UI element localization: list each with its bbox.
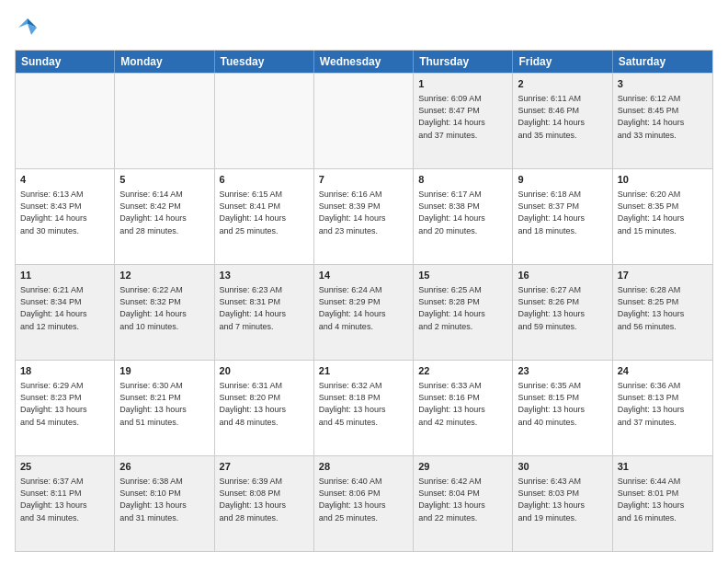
- cell-info: Sunrise: 6:09 AM Sunset: 8:47 PM Dayligh…: [418, 93, 507, 141]
- day-number: 23: [518, 364, 607, 378]
- cell-info: Sunrise: 6:39 AM Sunset: 8:08 PM Dayligh…: [220, 476, 309, 523]
- calendar-cell: 16Sunrise: 6:27 AM Sunset: 8:26 PM Dayli…: [513, 265, 612, 360]
- day-number: 21: [319, 364, 408, 378]
- cell-info: Sunrise: 6:43 AM Sunset: 8:03 PM Dayligh…: [518, 476, 607, 523]
- cell-info: Sunrise: 6:28 AM Sunset: 8:25 PM Dayligh…: [618, 284, 708, 332]
- calendar-cell: [115, 74, 214, 168]
- calendar-cell: [215, 74, 314, 168]
- calendar-header: SundayMondayTuesdayWednesdayThursdayFrid…: [16, 51, 712, 73]
- day-number: 3: [618, 77, 708, 91]
- calendar-cell: 17Sunrise: 6:28 AM Sunset: 8:25 PM Dayli…: [613, 265, 712, 360]
- cell-info: Sunrise: 6:17 AM Sunset: 8:38 PM Dayligh…: [418, 189, 507, 236]
- calendar-header-cell: Saturday: [613, 51, 712, 73]
- calendar-week: 11Sunrise: 6:21 AM Sunset: 8:34 PM Dayli…: [16, 264, 712, 360]
- day-number: 1: [418, 77, 507, 91]
- calendar-cell: 27Sunrise: 6:39 AM Sunset: 8:08 PM Dayli…: [215, 456, 314, 551]
- calendar-cell: 14Sunrise: 6:24 AM Sunset: 8:29 PM Dayli…: [314, 265, 414, 360]
- cell-info: Sunrise: 6:14 AM Sunset: 8:42 PM Dayligh…: [119, 189, 209, 236]
- calendar-cell: 8Sunrise: 6:17 AM Sunset: 8:38 PM Daylig…: [414, 169, 513, 264]
- cell-info: Sunrise: 6:20 AM Sunset: 8:35 PM Dayligh…: [618, 189, 708, 236]
- day-number: 7: [319, 173, 408, 187]
- cell-info: Sunrise: 6:37 AM Sunset: 8:11 PM Dayligh…: [20, 476, 109, 523]
- day-number: 11: [20, 269, 109, 282]
- day-number: 5: [119, 173, 209, 187]
- cell-info: Sunrise: 6:13 AM Sunset: 8:43 PM Dayligh…: [20, 189, 109, 236]
- calendar-cell: 25Sunrise: 6:37 AM Sunset: 8:11 PM Dayli…: [16, 456, 115, 551]
- cell-info: Sunrise: 6:42 AM Sunset: 8:04 PM Dayligh…: [418, 476, 507, 523]
- day-number: 27: [220, 460, 309, 474]
- calendar-cell: 7Sunrise: 6:16 AM Sunset: 8:39 PM Daylig…: [314, 169, 414, 264]
- calendar-cell: 30Sunrise: 6:43 AM Sunset: 8:03 PM Dayli…: [513, 456, 612, 551]
- cell-info: Sunrise: 6:15 AM Sunset: 8:41 PM Dayligh…: [220, 189, 309, 236]
- calendar-header-cell: Sunday: [16, 51, 115, 73]
- cell-info: Sunrise: 6:25 AM Sunset: 8:28 PM Dayligh…: [418, 284, 507, 332]
- cell-info: Sunrise: 6:12 AM Sunset: 8:45 PM Dayligh…: [618, 93, 708, 141]
- day-number: 28: [319, 460, 408, 474]
- day-number: 18: [20, 364, 109, 378]
- day-number: 22: [418, 364, 507, 378]
- cell-info: Sunrise: 6:32 AM Sunset: 8:18 PM Dayligh…: [319, 380, 408, 428]
- cell-info: Sunrise: 6:11 AM Sunset: 8:46 PM Dayligh…: [518, 93, 607, 141]
- calendar-cell: 22Sunrise: 6:33 AM Sunset: 8:16 PM Dayli…: [414, 361, 513, 455]
- day-number: 8: [418, 173, 507, 187]
- page: SundayMondayTuesdayWednesdayThursdayFrid…: [0, 0, 728, 563]
- cell-info: Sunrise: 6:35 AM Sunset: 8:15 PM Dayligh…: [518, 380, 607, 428]
- day-number: 19: [119, 364, 209, 378]
- day-number: 31: [618, 460, 708, 474]
- calendar-cell: 9Sunrise: 6:18 AM Sunset: 8:37 PM Daylig…: [513, 169, 612, 264]
- day-number: 12: [119, 269, 209, 282]
- calendar-cell: 13Sunrise: 6:23 AM Sunset: 8:31 PM Dayli…: [215, 265, 314, 360]
- calendar-cell: 24Sunrise: 6:36 AM Sunset: 8:13 PM Dayli…: [613, 361, 712, 455]
- day-number: 25: [20, 460, 109, 474]
- calendar-cell: 20Sunrise: 6:31 AM Sunset: 8:20 PM Dayli…: [215, 361, 314, 455]
- calendar-week: 25Sunrise: 6:37 AM Sunset: 8:11 PM Dayli…: [16, 455, 712, 551]
- calendar-cell: 15Sunrise: 6:25 AM Sunset: 8:28 PM Dayli…: [414, 265, 513, 360]
- logo-icon: [15, 15, 40, 40]
- day-number: 24: [618, 364, 708, 378]
- calendar-header-cell: Tuesday: [215, 51, 314, 73]
- calendar-cell: 2Sunrise: 6:11 AM Sunset: 8:46 PM Daylig…: [513, 74, 612, 168]
- calendar: SundayMondayTuesdayWednesdayThursdayFrid…: [15, 50, 713, 552]
- day-number: 6: [220, 173, 309, 187]
- calendar-cell: 28Sunrise: 6:40 AM Sunset: 8:06 PM Dayli…: [314, 456, 414, 551]
- day-number: 14: [319, 269, 408, 282]
- header: [15, 15, 713, 40]
- cell-info: Sunrise: 6:18 AM Sunset: 8:37 PM Dayligh…: [518, 189, 607, 236]
- cell-info: Sunrise: 6:38 AM Sunset: 8:10 PM Dayligh…: [119, 476, 209, 523]
- calendar-week: 18Sunrise: 6:29 AM Sunset: 8:23 PM Dayli…: [16, 360, 712, 455]
- calendar-cell: [16, 74, 115, 168]
- day-number: 15: [418, 269, 507, 282]
- calendar-header-cell: Thursday: [414, 51, 513, 73]
- calendar-cell: 19Sunrise: 6:30 AM Sunset: 8:21 PM Dayli…: [115, 361, 214, 455]
- day-number: 26: [119, 460, 209, 474]
- day-number: 4: [20, 173, 109, 187]
- day-number: 30: [518, 460, 607, 474]
- cell-info: Sunrise: 6:30 AM Sunset: 8:21 PM Dayligh…: [119, 380, 209, 428]
- day-number: 29: [418, 460, 507, 474]
- calendar-cell: 26Sunrise: 6:38 AM Sunset: 8:10 PM Dayli…: [115, 456, 214, 551]
- calendar-cell: 3Sunrise: 6:12 AM Sunset: 8:45 PM Daylig…: [613, 74, 712, 168]
- calendar-week: 1Sunrise: 6:09 AM Sunset: 8:47 PM Daylig…: [16, 73, 712, 168]
- calendar-cell: 12Sunrise: 6:22 AM Sunset: 8:32 PM Dayli…: [115, 265, 214, 360]
- cell-info: Sunrise: 6:36 AM Sunset: 8:13 PM Dayligh…: [618, 380, 708, 428]
- calendar-cell: 5Sunrise: 6:14 AM Sunset: 8:42 PM Daylig…: [115, 169, 214, 264]
- day-number: 20: [220, 364, 309, 378]
- calendar-header-cell: Friday: [513, 51, 612, 73]
- cell-info: Sunrise: 6:21 AM Sunset: 8:34 PM Dayligh…: [20, 284, 109, 332]
- calendar-week: 4Sunrise: 6:13 AM Sunset: 8:43 PM Daylig…: [16, 168, 712, 264]
- calendar-cell: 4Sunrise: 6:13 AM Sunset: 8:43 PM Daylig…: [16, 169, 115, 264]
- calendar-cell: 29Sunrise: 6:42 AM Sunset: 8:04 PM Dayli…: [414, 456, 513, 551]
- day-number: 2: [518, 77, 607, 91]
- logo: [15, 15, 44, 40]
- calendar-cell: 21Sunrise: 6:32 AM Sunset: 8:18 PM Dayli…: [314, 361, 414, 455]
- calendar-body: 1Sunrise: 6:09 AM Sunset: 8:47 PM Daylig…: [16, 73, 712, 551]
- cell-info: Sunrise: 6:29 AM Sunset: 8:23 PM Dayligh…: [20, 380, 109, 428]
- day-number: 10: [618, 173, 708, 187]
- day-number: 13: [220, 269, 309, 282]
- cell-info: Sunrise: 6:44 AM Sunset: 8:01 PM Dayligh…: [618, 476, 708, 523]
- cell-info: Sunrise: 6:33 AM Sunset: 8:16 PM Dayligh…: [418, 380, 507, 428]
- calendar-cell: 10Sunrise: 6:20 AM Sunset: 8:35 PM Dayli…: [613, 169, 712, 264]
- calendar-header-cell: Monday: [115, 51, 214, 73]
- cell-info: Sunrise: 6:16 AM Sunset: 8:39 PM Dayligh…: [319, 189, 408, 236]
- cell-info: Sunrise: 6:22 AM Sunset: 8:32 PM Dayligh…: [119, 284, 209, 332]
